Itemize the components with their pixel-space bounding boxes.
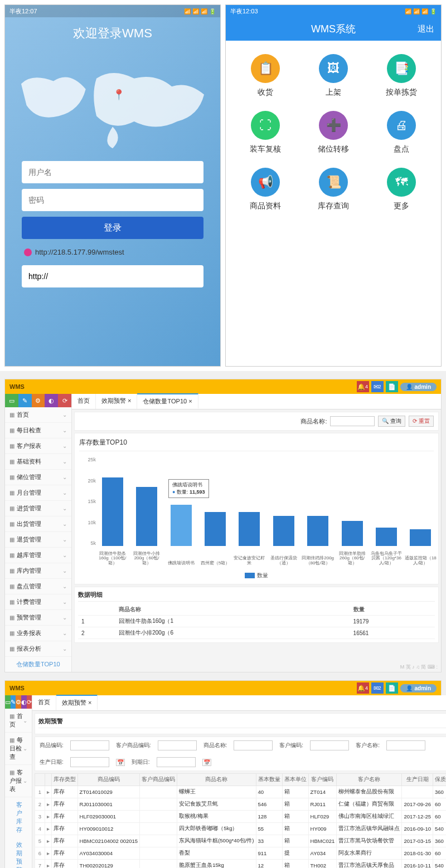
login-button[interactable]: 登录 [22,217,203,239]
chart-bar[interactable]: 乌鱼包乌鱼子干贝酱（120g*36人/箱） [373,528,399,546]
cust-name-input[interactable] [386,740,425,750]
tab[interactable]: 首页 [32,695,56,710]
search-button[interactable]: 查询 [378,416,405,427]
menu-item[interactable]: 🖨 盘点 [371,111,432,154]
calendar-icon[interactable]: 📅 [202,759,211,766]
name-input[interactable] [234,740,273,750]
menu-item[interactable]: 📜 库存查询 [303,168,364,211]
sidebar-subitem[interactable]: 客户库存 [5,797,32,837]
sidebar-item[interactable]: ▦客户报表⌄ [5,438,71,454]
mail-icon[interactable]: ✉2 [371,682,384,694]
expand-icon[interactable]: ▸ [45,847,51,860]
notes-icon[interactable]: 📄 [386,381,398,392]
sidebar-item[interactable]: ▦盘点管理⌄ [5,579,71,594]
sidebar-item[interactable]: ▦基础资料⌄ [5,454,71,470]
exit-button[interactable]: 退出 [418,24,434,35]
user-menu[interactable]: 👤 admin [400,684,437,693]
tool-icon[interactable]: ▭ [5,695,11,709]
menu-item[interactable]: 📑 按单拣货 [371,54,432,97]
notif-bell-icon[interactable]: 🔔4 [357,682,369,694]
chart-bar[interactable]: 通版监控箱（18人/箱） [408,529,434,546]
menu-item[interactable]: ➕ 储位转移 [303,111,364,154]
tool-icon[interactable]: ⚙ [16,695,21,709]
tool-icon[interactable]: ✎ [18,394,32,407]
tab[interactable]: 仓储数量TOP10 × [137,393,198,408]
sidebar-item[interactable]: ▦每日检查⌄ [5,423,71,438]
user-menu[interactable]: 👤 admin [400,383,437,391]
menu-item[interactable]: ⛶ 装车复核 [235,111,296,154]
sidebar-subitem[interactable]: 仓储数量TOP10 [5,657,71,672]
expand-icon[interactable]: ▸ [45,811,51,823]
sidebar-item[interactable]: ▦客户报表⌄ [5,765,32,797]
chart-bar[interactable]: 安记食族安记籽米 [236,512,263,546]
tool-icon[interactable]: ◐ [21,695,27,709]
table-row[interactable]: 5▸库存HBMC02104002 002015东风海猫味牛糕(500g*40包/… [35,835,447,847]
expand-icon[interactable]: ▸ [45,823,51,835]
password-input[interactable] [22,189,203,211]
chart-bar[interactable]: 回潮佳鸡排200g（80包/箱） [304,516,331,546]
notif-bell-icon[interactable]: 🔔4 [357,381,369,392]
expand-icon[interactable]: ▸ [45,835,51,847]
table-row[interactable]: 3▸库存HLF029030001取猴桃/梅果128箱HLF029佛山市南海区桂城… [35,811,447,823]
cust-id-input[interactable] [310,740,349,750]
code-input[interactable] [70,740,109,750]
sidebar-item[interactable]: ▦计费管理⌄ [5,594,71,610]
menu-item[interactable]: 🗺 更多 [371,168,432,211]
expand-icon[interactable]: ▸ [45,786,51,798]
sidebar-item[interactable]: ▦首页⌄ [5,407,71,423]
tool-icon[interactable]: ⚙ [32,394,45,407]
tab[interactable]: 效期预警 × [96,394,137,409]
tool-icon[interactable]: ⟳ [27,695,32,709]
tab-bar: 首页效期预警 ×仓储数量TOP10 × [72,394,441,409]
expiry-date-input[interactable] [157,757,196,767]
url-input[interactable] [22,265,203,287]
server-url-radio[interactable]: http://218.5.177.99/wmstest [22,245,203,260]
tool-icon[interactable]: ⟳ [58,394,71,407]
expand-icon[interactable]: ▸ [45,860,51,869]
product-name-input[interactable] [330,416,375,426]
sidebar-item[interactable]: ▦月台管理⌄ [5,485,71,501]
sidebar-subitem[interactable]: 效期预警 [5,837,32,868]
chart-bar[interactable]: 西州蜜（5箱） [202,512,228,546]
mail-icon[interactable]: ✉2 [371,381,384,392]
chart-bar[interactable]: 回潮佳牛小排200g（60包/箱） [133,487,159,546]
chart-bar[interactable]: 回潮佳羊肋排260g（60包/箱） [339,521,365,546]
tool-icon[interactable]: ◐ [45,394,58,407]
sidebar-item[interactable]: ▦预警管理⌄ [5,610,71,626]
menu-item[interactable]: 📋 收货 [235,54,296,97]
sidebar-item[interactable]: ▦首页⌄ [5,709,32,733]
table-row[interactable]: 1▸库存ZT014010029螺蛳王40箱ZT014柳州螺泰食品股份有限360 [35,786,447,798]
tab[interactable]: 效期预警 × [56,695,98,710]
calendar-icon[interactable]: 📅 [116,759,125,766]
sidebar-item[interactable]: ▦越库管理⌄ [5,548,71,563]
cust-code-input[interactable] [158,740,197,750]
table-row[interactable]: 2▸库存RJ011030001安记食族艾旦蚝546箱RJ011仁健（福建）商贸有… [35,798,447,811]
chart-bar[interactable]: 回潮佳牛肋条160g（100包/箱） [99,477,125,546]
tool-icon[interactable]: ▭ [5,394,18,407]
notes-icon[interactable]: 📄 [386,682,398,694]
chart-bar[interactable]: 圣德行保温袋（通） [270,516,297,546]
menu-item[interactable]: 🖼 上架 [303,54,364,97]
tool-icon[interactable]: ✎ [11,695,16,709]
tab[interactable]: 首页 [72,394,96,409]
sidebar-item[interactable]: ▦进货管理⌄ [5,501,71,516]
filter-bar: 商品名称: 查询 重置 [74,412,439,431]
sidebar-item[interactable]: ▦库内管理⌄ [5,563,71,579]
sidebar-item[interactable]: ▦报表分析⌄ [5,641,71,657]
expand-icon[interactable]: ▸ [45,798,51,811]
username-input[interactable] [22,161,203,183]
sidebar-item[interactable]: ▦业务报表⌄ [5,626,71,641]
table-row[interactable]: 6▸库存AY034030004香梨911提AY034阿友水果商行2018-01-… [35,847,447,860]
table-row[interactable]: 1回潮佳牛肋条160g（119179 [78,616,435,627]
menu-item[interactable]: 📢 商品资料 [235,168,296,211]
sidebar-item[interactable]: ▦退货管理⌄ [5,532,71,548]
prod-date-input[interactable] [70,757,109,767]
sidebar-item[interactable]: ▦储位管理⌄ [5,470,71,485]
chart-bar[interactable]: 佛跳墙说明书 [168,505,194,546]
reset-button[interactable]: 重置 [409,416,434,427]
sidebar-item[interactable]: ▦每日检查⌄ [5,733,32,765]
table-row[interactable]: 4▸库存HY009010012四大郎铁香嘟嘟（5kg）55箱HY009晋江市池店… [35,823,447,835]
table-row[interactable]: 2回潮佳牛小排200g（616561 [78,627,435,639]
table-row[interactable]: 7▸库存TH002020129脆原蟹王血条15kg12箱TH002晋江市池店镇天… [35,860,447,869]
sidebar-item[interactable]: ▦出货管理⌄ [5,516,71,532]
